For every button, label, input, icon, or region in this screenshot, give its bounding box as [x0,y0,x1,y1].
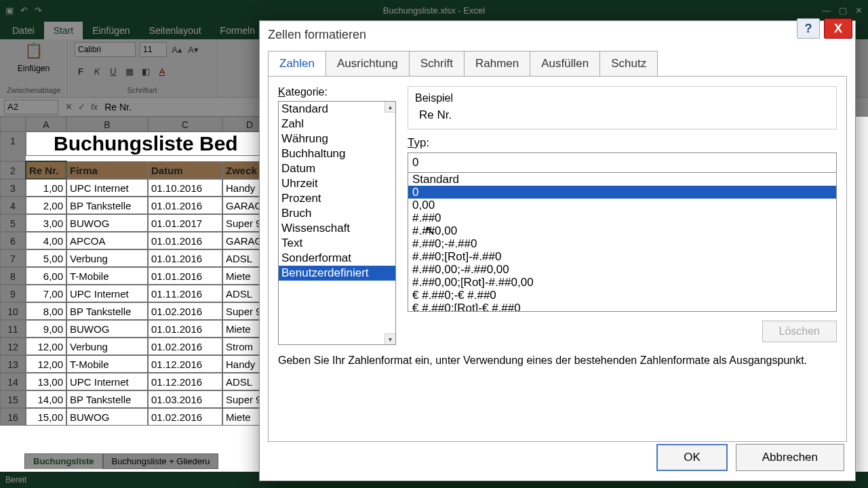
redo-icon[interactable]: ↷ [35,5,42,16]
cell[interactable]: 6,00 [26,267,66,285]
category-item[interactable]: Text [279,236,395,251]
category-item[interactable]: Sonderformat [279,251,395,266]
category-item[interactable]: Datum [279,161,395,176]
ribbon-tab-start[interactable]: Start [44,22,83,39]
cell[interactable]: 2,00 [26,197,66,214]
type-item[interactable]: € #.##0;[Rot]-€ #.##0 [408,302,836,312]
tab-schrift[interactable]: Schrift [409,51,465,76]
border-icon[interactable]: ▦ [123,66,136,78]
cell[interactable]: 1,00 [26,179,66,197]
row-header[interactable]: 11 [0,320,26,338]
cell[interactable]: 01.12.2016 [148,355,222,373]
cell[interactable]: UPC Internet [66,373,148,390]
paste-icon[interactable]: 📋 [24,42,43,60]
italic-icon[interactable]: K [91,66,103,78]
cell[interactable]: BP Tankstelle [66,302,148,320]
tab-rahmen[interactable]: Rahmen [464,51,530,76]
cell[interactable]: 9,00 [26,320,66,338]
select-all-corner[interactable] [0,117,26,131]
underline-icon[interactable]: U [107,66,119,78]
close-button[interactable]: X [824,18,852,39]
row-header[interactable]: 14 [0,373,26,390]
row-header[interactable]: 6 [0,232,26,249]
type-item[interactable]: 0,00 [408,199,836,211]
dialog-title-bar[interactable]: Zellen formatieren ? X [260,21,855,48]
cell[interactable]: APCOA [66,232,148,249]
row-header[interactable]: 3 [0,179,26,197]
tab-zahlen[interactable]: Zahlen [268,51,326,76]
tab-schutz[interactable]: Schutz [599,51,658,76]
cell[interactable]: UPC Internet [66,285,148,302]
cell[interactable]: Verbung [66,249,148,267]
type-item[interactable]: #.##0,00;-#.##0,00 [408,263,836,276]
type-item[interactable]: Standard [408,173,836,186]
row-header[interactable]: 13 [0,355,26,373]
cell[interactable]: 01.01.2016 [148,197,222,214]
cell[interactable]: 01.01.2016 [148,320,222,338]
cell[interactable]: 01.01.2016 [148,249,222,267]
formula-input[interactable] [98,102,223,113]
file-tab[interactable]: Datei [3,22,44,39]
ribbon-tab-formeln[interactable]: Formeln [211,22,264,39]
cell[interactable]: 01.11.2016 [148,285,222,302]
col-header[interactable]: C [148,117,222,131]
ok-button[interactable]: OK [656,444,728,471]
type-input[interactable] [408,152,837,173]
cell[interactable]: 01.01.2016 [148,232,222,249]
cell[interactable]: UPC Internet [66,179,148,197]
font-name-selector[interactable] [75,42,136,57]
sheet-title-cell[interactable]: Buchungsliste Bed [26,131,277,156]
header-cell[interactable]: Datum [148,161,222,179]
category-item[interactable]: Währung [279,131,395,146]
sheet-tab[interactable]: Buchungsliste + Gliederu [103,453,219,469]
cell[interactable]: 7,00 [26,285,66,302]
row-header[interactable]: 4 [0,197,26,214]
name-box[interactable] [4,100,58,115]
col-header[interactable]: B [66,117,148,131]
row-header[interactable]: 15 [0,390,26,408]
cell[interactable]: 01.10.2016 [148,179,222,197]
decrease-font-icon[interactable]: A▾ [187,43,199,56]
type-item[interactable]: #.##0;-#.##0 [408,237,836,250]
cell[interactable]: 01.02.2016 [148,302,222,320]
cell[interactable]: 01.01.2017 [148,214,222,232]
category-item[interactable]: Zahl [279,117,395,131]
cell[interactable]: T-Mobile [66,355,148,373]
cell[interactable]: Verbung [66,338,148,355]
cell[interactable]: 5,00 [26,249,66,267]
cell[interactable]: 12,00 [26,355,66,373]
tab-ausrichtung[interactable]: Ausrichtung [326,51,410,76]
cancel-button[interactable]: Abbrechen [736,444,844,471]
cell[interactable]: BP Tankstelle [66,390,148,408]
cell[interactable]: 8,00 [26,302,66,320]
category-item[interactable]: Bruch [279,206,395,221]
row-header[interactable]: 5 [0,214,26,232]
row-header[interactable]: 2 [0,161,26,179]
cell[interactable]: BP Tankstelle [66,197,148,214]
cell[interactable]: 01.03.2016 [148,390,222,408]
tab-ausfuellen[interactable]: Ausfüllen [530,51,600,76]
cell[interactable]: 14,00 [26,390,66,408]
col-header[interactable]: A [26,117,66,131]
enter-formula-icon[interactable]: ✓ [78,102,85,112]
row-header[interactable]: 10 [0,302,26,320]
category-item[interactable]: Wissenschaft [279,221,395,236]
category-listbox[interactable]: ▴ StandardZahlWährungBuchhaltungDatumUhr… [278,101,396,345]
row-header[interactable]: 9 [0,285,26,302]
ribbon-tab-seitenlayout[interactable]: Seitenlayout [140,22,211,39]
type-item[interactable]: #.##0 [408,211,836,224]
cell[interactable]: 15,00 [26,408,66,426]
cell[interactable]: BUWOG [66,408,148,426]
cell[interactable]: T-Mobile [66,267,148,285]
close-icon[interactable]: ✕ [855,5,863,16]
cell[interactable]: 01.02.2016 [148,338,222,355]
category-item[interactable]: Benutzerdefiniert [279,266,395,281]
cell[interactable]: BUWOG [66,214,148,232]
type-item[interactable]: € #.##0;-€ #.##0 [408,289,836,302]
type-item[interactable]: #.##0,00 [408,224,836,237]
help-button[interactable]: ? [797,18,820,39]
fx-icon[interactable]: fx [91,102,98,112]
scroll-up-icon[interactable]: ▴ [384,102,395,113]
cell[interactable]: 01.02.2016 [148,408,222,426]
type-listbox[interactable]: Standard00,00#.##0#.##0,00#.##0;-#.##0#.… [408,172,837,312]
